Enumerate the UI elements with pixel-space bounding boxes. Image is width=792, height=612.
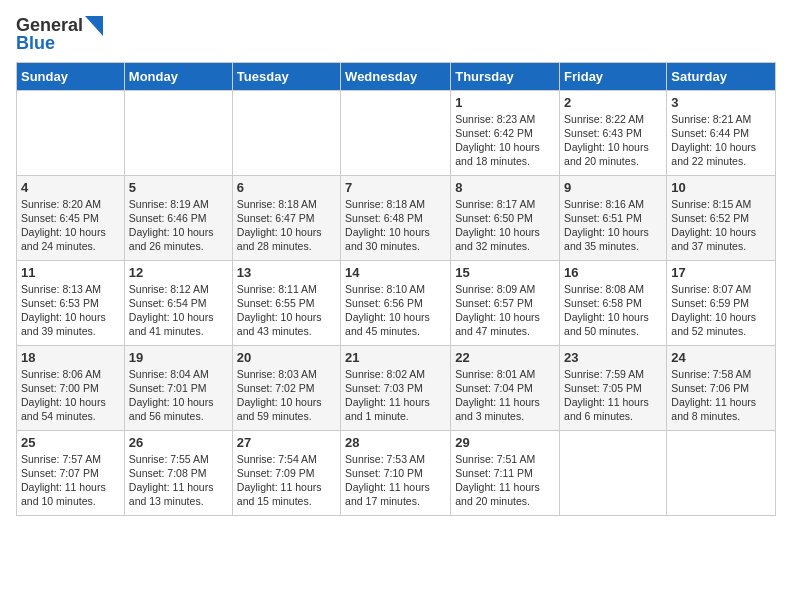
day-info: Sunrise: 8:22 AM Sunset: 6:43 PM Dayligh… [564,112,662,169]
calendar-cell: 27Sunrise: 7:54 AM Sunset: 7:09 PM Dayli… [232,430,340,515]
day-info: Sunrise: 7:54 AM Sunset: 7:09 PM Dayligh… [237,452,336,509]
day-info: Sunrise: 8:13 AM Sunset: 6:53 PM Dayligh… [21,282,120,339]
day-info: Sunrise: 8:23 AM Sunset: 6:42 PM Dayligh… [455,112,555,169]
calendar-cell: 13Sunrise: 8:11 AM Sunset: 6:55 PM Dayli… [232,260,340,345]
day-number: 10 [671,180,771,195]
day-info: Sunrise: 8:15 AM Sunset: 6:52 PM Dayligh… [671,197,771,254]
calendar-cell: 9Sunrise: 8:16 AM Sunset: 6:51 PM Daylig… [560,175,667,260]
day-number: 16 [564,265,662,280]
week-row-1: 4Sunrise: 8:20 AM Sunset: 6:45 PM Daylig… [17,175,776,260]
day-info: Sunrise: 8:12 AM Sunset: 6:54 PM Dayligh… [129,282,228,339]
header-sunday: Sunday [17,62,125,90]
day-number: 20 [237,350,336,365]
day-number: 3 [671,95,771,110]
day-number: 23 [564,350,662,365]
svg-marker-0 [85,16,103,36]
day-number: 7 [345,180,446,195]
day-number: 29 [455,435,555,450]
day-info: Sunrise: 7:55 AM Sunset: 7:08 PM Dayligh… [129,452,228,509]
day-info: Sunrise: 8:18 AM Sunset: 6:47 PM Dayligh… [237,197,336,254]
calendar-cell [560,430,667,515]
header-monday: Monday [124,62,232,90]
calendar-cell: 21Sunrise: 8:02 AM Sunset: 7:03 PM Dayli… [341,345,451,430]
calendar-cell: 7Sunrise: 8:18 AM Sunset: 6:48 PM Daylig… [341,175,451,260]
day-number: 27 [237,435,336,450]
calendar-cell: 25Sunrise: 7:57 AM Sunset: 7:07 PM Dayli… [17,430,125,515]
calendar-cell [341,90,451,175]
calendar-cell: 8Sunrise: 8:17 AM Sunset: 6:50 PM Daylig… [451,175,560,260]
day-number: 6 [237,180,336,195]
calendar-cell: 14Sunrise: 8:10 AM Sunset: 6:56 PM Dayli… [341,260,451,345]
week-row-0: 1Sunrise: 8:23 AM Sunset: 6:42 PM Daylig… [17,90,776,175]
logo: General Blue [16,16,103,54]
day-number: 5 [129,180,228,195]
day-info: Sunrise: 8:06 AM Sunset: 7:00 PM Dayligh… [21,367,120,424]
day-info: Sunrise: 8:20 AM Sunset: 6:45 PM Dayligh… [21,197,120,254]
header-friday: Friday [560,62,667,90]
day-number: 9 [564,180,662,195]
day-number: 2 [564,95,662,110]
calendar-cell: 11Sunrise: 8:13 AM Sunset: 6:53 PM Dayli… [17,260,125,345]
calendar-cell: 17Sunrise: 8:07 AM Sunset: 6:59 PM Dayli… [667,260,776,345]
calendar-cell: 2Sunrise: 8:22 AM Sunset: 6:43 PM Daylig… [560,90,667,175]
day-number: 24 [671,350,771,365]
week-row-4: 25Sunrise: 7:57 AM Sunset: 7:07 PM Dayli… [17,430,776,515]
calendar-cell: 18Sunrise: 8:06 AM Sunset: 7:00 PM Dayli… [17,345,125,430]
calendar-cell: 3Sunrise: 8:21 AM Sunset: 6:44 PM Daylig… [667,90,776,175]
day-number: 15 [455,265,555,280]
day-number: 22 [455,350,555,365]
day-info: Sunrise: 7:57 AM Sunset: 7:07 PM Dayligh… [21,452,120,509]
day-info: Sunrise: 8:18 AM Sunset: 6:48 PM Dayligh… [345,197,446,254]
day-number: 19 [129,350,228,365]
day-info: Sunrise: 8:04 AM Sunset: 7:01 PM Dayligh… [129,367,228,424]
day-number: 14 [345,265,446,280]
day-number: 25 [21,435,120,450]
day-number: 13 [237,265,336,280]
day-info: Sunrise: 7:58 AM Sunset: 7:06 PM Dayligh… [671,367,771,424]
day-info: Sunrise: 8:01 AM Sunset: 7:04 PM Dayligh… [455,367,555,424]
header-saturday: Saturday [667,62,776,90]
day-info: Sunrise: 8:19 AM Sunset: 6:46 PM Dayligh… [129,197,228,254]
calendar-cell [667,430,776,515]
calendar-cell: 1Sunrise: 8:23 AM Sunset: 6:42 PM Daylig… [451,90,560,175]
day-info: Sunrise: 8:11 AM Sunset: 6:55 PM Dayligh… [237,282,336,339]
calendar-cell: 22Sunrise: 8:01 AM Sunset: 7:04 PM Dayli… [451,345,560,430]
calendar-cell: 12Sunrise: 8:12 AM Sunset: 6:54 PM Dayli… [124,260,232,345]
day-info: Sunrise: 8:07 AM Sunset: 6:59 PM Dayligh… [671,282,771,339]
calendar-cell: 28Sunrise: 7:53 AM Sunset: 7:10 PM Dayli… [341,430,451,515]
header-wednesday: Wednesday [341,62,451,90]
day-info: Sunrise: 7:59 AM Sunset: 7:05 PM Dayligh… [564,367,662,424]
calendar-cell: 26Sunrise: 7:55 AM Sunset: 7:08 PM Dayli… [124,430,232,515]
day-info: Sunrise: 8:08 AM Sunset: 6:58 PM Dayligh… [564,282,662,339]
day-info: Sunrise: 7:53 AM Sunset: 7:10 PM Dayligh… [345,452,446,509]
day-info: Sunrise: 8:21 AM Sunset: 6:44 PM Dayligh… [671,112,771,169]
calendar-header-row: SundayMondayTuesdayWednesdayThursdayFrid… [17,62,776,90]
day-info: Sunrise: 8:10 AM Sunset: 6:56 PM Dayligh… [345,282,446,339]
logo-arrow-icon [85,16,103,36]
calendar-cell: 4Sunrise: 8:20 AM Sunset: 6:45 PM Daylig… [17,175,125,260]
day-info: Sunrise: 7:51 AM Sunset: 7:11 PM Dayligh… [455,452,555,509]
day-number: 12 [129,265,228,280]
day-number: 4 [21,180,120,195]
calendar-cell: 6Sunrise: 8:18 AM Sunset: 6:47 PM Daylig… [232,175,340,260]
calendar-table: SundayMondayTuesdayWednesdayThursdayFrid… [16,62,776,516]
day-info: Sunrise: 8:03 AM Sunset: 7:02 PM Dayligh… [237,367,336,424]
day-number: 11 [21,265,120,280]
header-tuesday: Tuesday [232,62,340,90]
day-number: 18 [21,350,120,365]
day-info: Sunrise: 8:16 AM Sunset: 6:51 PM Dayligh… [564,197,662,254]
calendar-cell: 23Sunrise: 7:59 AM Sunset: 7:05 PM Dayli… [560,345,667,430]
day-number: 28 [345,435,446,450]
calendar-cell: 10Sunrise: 8:15 AM Sunset: 6:52 PM Dayli… [667,175,776,260]
day-info: Sunrise: 8:02 AM Sunset: 7:03 PM Dayligh… [345,367,446,424]
calendar-cell [232,90,340,175]
day-info: Sunrise: 8:09 AM Sunset: 6:57 PM Dayligh… [455,282,555,339]
day-number: 21 [345,350,446,365]
calendar-cell: 19Sunrise: 8:04 AM Sunset: 7:01 PM Dayli… [124,345,232,430]
day-number: 8 [455,180,555,195]
calendar-cell [124,90,232,175]
calendar-cell: 15Sunrise: 8:09 AM Sunset: 6:57 PM Dayli… [451,260,560,345]
day-info: Sunrise: 8:17 AM Sunset: 6:50 PM Dayligh… [455,197,555,254]
day-number: 17 [671,265,771,280]
header: General Blue [16,16,776,54]
